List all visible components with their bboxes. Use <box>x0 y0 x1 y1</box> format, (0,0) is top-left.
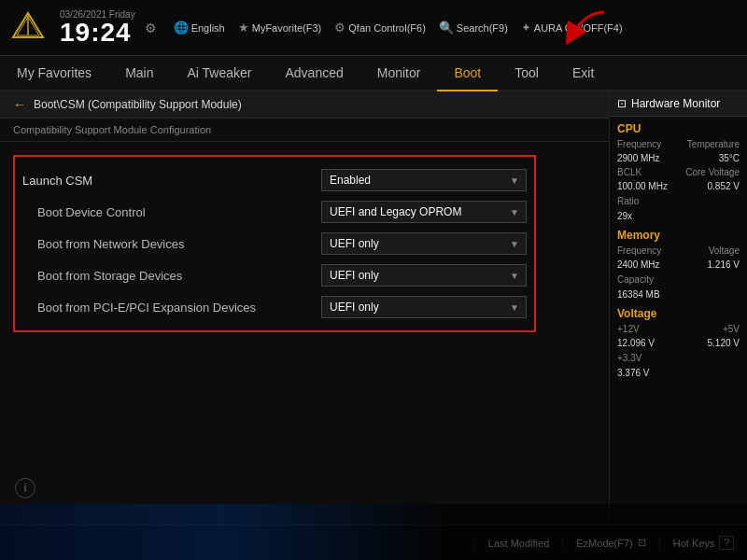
boot-network-wrapper: UEFI only Legacy only Ignore <box>321 232 527 255</box>
nav-exit[interactable]: Exit <box>556 56 611 91</box>
hw-cpu-bclk-row: BCLK Core Voltage <box>610 165 747 179</box>
hw-cpu-freq-value-row: 2900 MHz 35°C <box>610 151 747 165</box>
hw-mem-capacity-value: 16384 MB <box>617 289 660 300</box>
boot-device-control-row: Boot Device Control UEFI and Legacy OPRO… <box>22 196 527 228</box>
hw-mem-values-row: 2400 MHz 1.216 V <box>610 258 747 272</box>
hw-monitor-title: ⊡ Hardware Monitor <box>610 91 747 117</box>
ezmode-icon: ⊡ <box>638 537 646 549</box>
boot-pcie-wrapper: UEFI only Legacy only Ignore <box>321 296 527 318</box>
boot-storage-label: Boot from Storage Devices <box>22 269 321 283</box>
hw-cpu-freq-value: 2900 MHz <box>617 153 660 163</box>
search-tool[interactable]: 🔍 Search(F9) <box>439 21 508 35</box>
star-icon: ★ <box>238 21 249 35</box>
hw-monitor-title-text: Hardware Monitor <box>631 97 720 110</box>
language-label: English <box>191 22 225 34</box>
hw-cpu-corevolt-label: Core Voltage <box>685 167 740 177</box>
hw-mem-volt-label: Voltage <box>709 245 740 256</box>
hardware-monitor-panel: ⊡ Hardware Monitor CPU Frequency Tempera… <box>609 91 747 525</box>
launch-csm-row: Launch CSM Enabled Disabled <box>22 164 527 196</box>
bottom-bar: Last Modified EzMode(F7) ⊡ Hot Keys ? <box>0 525 747 560</box>
launch-csm-select[interactable]: Enabled Disabled <box>321 169 527 191</box>
time-display: 19:24 <box>60 20 132 46</box>
hotkeys-icon: ? <box>719 536 734 550</box>
hw-cpu-ratio-label-row: Ratio <box>610 193 747 208</box>
nav-my-favorites[interactable]: My Favorites <box>0 56 108 91</box>
clock-area: 03/26/2021 Friday 19:24 <box>60 9 135 46</box>
ezmode-btn[interactable]: EzMode(F7) ⊡ <box>562 537 659 549</box>
hw-mem-capacity-label-row: Capacity <box>610 272 747 287</box>
language-tool[interactable]: 🌐 English <box>174 21 225 35</box>
hw-v33-value: 3.376 V <box>617 368 649 378</box>
last-modified-btn[interactable]: Last Modified <box>474 538 562 549</box>
nav-tool[interactable]: Tool <box>498 56 556 91</box>
boot-network-select[interactable]: UEFI only Legacy only Ignore <box>321 232 527 255</box>
hw-memory-section-title: Memory <box>610 223 747 244</box>
content-area: ← Boot\CSM (Compatibility Support Module… <box>0 91 609 525</box>
boot-pcie-select[interactable]: UEFI only Legacy only Ignore <box>321 296 527 318</box>
hw-cpu-corevolt-value: 0.852 V <box>708 181 740 191</box>
hotkeys-label: Hot Keys <box>673 538 715 549</box>
hw-voltage-section-title: Voltage <box>610 301 747 322</box>
boot-pcie-label: Boot from PCI-E/PCI Expansion Devices <box>22 301 321 315</box>
hw-mem-capacity-label: Capacity <box>617 274 654 285</box>
hw-cpu-bclk-value: 100.00 MHz <box>617 181 668 191</box>
boot-device-control-wrapper: UEFI and Legacy OPROM UEFI only Legacy o… <box>321 201 527 223</box>
hw-cpu-ratio-value: 29x <box>617 211 632 221</box>
info-icon[interactable]: i <box>15 478 35 498</box>
search-icon: 🔍 <box>439 21 454 35</box>
hw-cpu-freq-row: Frequency Temperature <box>610 137 747 151</box>
boot-storage-select[interactable]: UEFI only Legacy only Ignore <box>321 264 527 287</box>
boot-device-control-select[interactable]: UEFI and Legacy OPROM UEFI only Legacy o… <box>321 201 527 223</box>
hw-v5-label: +5V <box>723 324 740 334</box>
header: 03/26/2021 Friday 19:24 ⚙ 🌐 English ★ My… <box>0 0 747 56</box>
main-layout: ← Boot\CSM (Compatibility Support Module… <box>0 91 747 525</box>
back-arrow-icon: ← <box>13 97 26 112</box>
hw-volt-12-values-row: 12.096 V 5.120 V <box>610 336 747 350</box>
qfan-tool[interactable]: ⚙ Qfan Control(F6) <box>334 21 426 35</box>
boot-network-label: Boot from Network Devices <box>22 237 321 251</box>
logo-area <box>9 9 47 47</box>
hw-v33-label: +3.3V <box>617 353 641 363</box>
boot-pcie-row: Boot from PCI-E/PCI Expansion Devices UE… <box>22 291 527 323</box>
breadcrumb[interactable]: ← Boot\CSM (Compatibility Support Module… <box>0 91 609 119</box>
hotkeys-btn[interactable]: Hot Keys ? <box>659 536 747 550</box>
nav-ai-tweaker[interactable]: Ai Tweaker <box>170 56 268 91</box>
hw-v5-value: 5.120 V <box>708 338 740 348</box>
boot-device-control-label: Boot Device Control <box>22 205 321 219</box>
boot-storage-row: Boot from Storage Devices UEFI only Lega… <box>22 259 527 291</box>
ezmode-label: EzMode(F7) <box>576 538 633 549</box>
csm-settings-container: Launch CSM Enabled Disabled Boot Device … <box>13 155 536 332</box>
hw-mem-freq-label: Frequency <box>617 245 661 256</box>
hw-cpu-temp-value: 35°C <box>719 153 740 163</box>
info-symbol: i <box>24 482 27 495</box>
hw-mem-capacity-value-row: 16384 MB <box>610 287 747 301</box>
launch-csm-dropdown-wrapper: Enabled Disabled <box>321 169 527 191</box>
hw-mem-freq-value: 2400 MHz <box>617 259 660 270</box>
nav-monitor[interactable]: Monitor <box>360 56 438 91</box>
myfavorite-label: MyFavorite(F3) <box>252 22 322 34</box>
breadcrumb-text: Boot\CSM (Compatibility Support Module) <box>34 98 242 111</box>
asus-logo <box>9 9 47 47</box>
section-title: Compatibility Support Module Configurati… <box>0 119 609 142</box>
search-label: Search(F9) <box>457 22 508 34</box>
hw-cpu-bclk-value-row: 100.00 MHz 0.852 V <box>610 179 747 193</box>
settings-area: Launch CSM Enabled Disabled Boot Device … <box>0 142 609 342</box>
navigation-bar: My Favorites Main Ai Tweaker Advanced Mo… <box>0 56 747 91</box>
nav-main[interactable]: Main <box>108 56 170 91</box>
hw-v33-label-row: +3.3V <box>610 350 747 365</box>
hw-cpu-temp-label: Temperature <box>687 139 740 149</box>
hw-cpu-freq-label: Frequency <box>617 139 661 149</box>
hw-mem-labels-row: Frequency Voltage <box>610 244 747 258</box>
hw-v12-label: +12V <box>617 324 640 334</box>
hw-cpu-section-title: CPU <box>610 117 747 137</box>
myfavorite-tool[interactable]: ★ MyFavorite(F3) <box>238 21 322 35</box>
last-modified-label: Last Modified <box>488 538 549 549</box>
hw-volt-12-labels-row: +12V +5V <box>610 322 747 336</box>
aura-icon: ✦ <box>521 21 531 35</box>
nav-boot[interactable]: Boot <box>437 56 498 91</box>
hw-cpu-ratio-value-row: 29x <box>610 208 747 223</box>
gear-icon: ⚙ <box>145 21 157 35</box>
hw-cpu-bclk-label: BCLK <box>617 167 641 177</box>
monitor-icon: ⊡ <box>617 97 627 110</box>
nav-advanced[interactable]: Advanced <box>268 56 359 91</box>
